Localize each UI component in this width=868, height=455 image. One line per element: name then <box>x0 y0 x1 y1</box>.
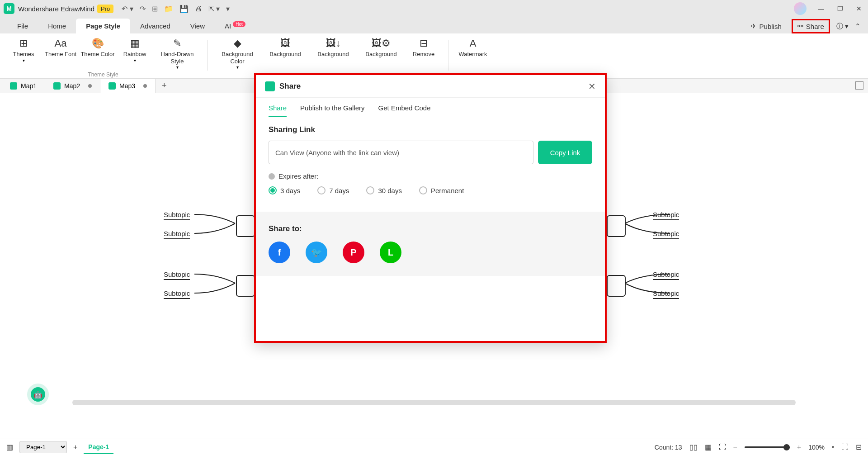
unsaved-dot-icon <box>143 84 147 88</box>
undo-button[interactable]: ↶ ▾ <box>122 5 133 13</box>
radio-3days[interactable]: 3 days <box>269 186 300 194</box>
bg-settings-button[interactable]: 🖼⚙Background <box>359 37 404 58</box>
doc-icon <box>108 82 116 90</box>
mindmap-node[interactable]: Subtopic <box>164 211 190 220</box>
radio-permanent[interactable]: Permanent <box>419 186 464 194</box>
menu-bar: File Home Page Style Advanced View AIHot… <box>0 17 868 33</box>
status-bar: ▥ Page-1 + Page-1 Count: 13 ▯▯ ▦ ⛶ − + 1… <box>0 439 868 455</box>
dlg-tab-embed[interactable]: Get Embed Code <box>378 104 431 117</box>
horizontal-scrollbar[interactable] <box>72 400 796 405</box>
group-theme-style-label: Theme Style <box>88 71 118 78</box>
title-bar: M Wondershare EdrawMind Pro ↶ ▾ ↷ ⊞ 📁 💾 … <box>0 0 868 17</box>
bg-color-button[interactable]: ◆Background Color▾ <box>215 37 260 70</box>
dlg-tab-share[interactable]: Share <box>269 104 287 117</box>
view-mode-2-button[interactable]: ▦ <box>705 443 712 451</box>
collapse-ribbon-button[interactable]: ⌃ <box>855 22 861 30</box>
line-icon: L <box>388 247 393 258</box>
menu-view[interactable]: View <box>180 19 215 33</box>
image-down-icon: 🖼↓ <box>326 37 341 50</box>
pinterest-icon: P <box>350 247 356 258</box>
publish-button[interactable]: ✈Publish <box>747 20 785 32</box>
outline-toggle-button[interactable]: ▥ <box>6 443 13 451</box>
tab-map1[interactable]: Map1 <box>2 79 45 93</box>
zoom-dropdown-button[interactable]: ▾ <box>832 445 834 450</box>
fullscreen-button[interactable]: ⛶ <box>841 443 849 451</box>
ai-assistant-button[interactable]: 🤖 <box>27 384 49 405</box>
open-button[interactable]: 📁 <box>164 5 173 13</box>
tab-map2[interactable]: Map2 <box>45 79 100 93</box>
panel-toggle-button[interactable] <box>855 81 863 90</box>
mindmap-node[interactable]: Subtopic <box>164 230 190 239</box>
bg-image-button[interactable]: 🖼Background <box>263 37 308 58</box>
page-tab[interactable]: Page-1 <box>84 441 113 454</box>
hand-drawn-button[interactable]: ✎Hand-Drawn Style▾ <box>155 37 200 70</box>
mindmap-node[interactable]: Subtopic <box>164 289 190 299</box>
mindmap-node[interactable]: Subtopic <box>164 270 190 280</box>
app-logo-icon: M <box>4 3 14 14</box>
palette-icon: 🎨 <box>92 37 104 50</box>
export-button[interactable]: ⇱ ▾ <box>208 5 220 13</box>
collapse-button[interactable]: ⊟ <box>856 443 862 451</box>
ribbon-divider <box>448 40 448 71</box>
share-dialog: Share ✕ Share Publish to the Gallery Get… <box>254 73 607 343</box>
remove-bg-button: ⊟Remove <box>406 37 441 58</box>
app-logo-icon <box>265 81 275 91</box>
bg-import-button[interactable]: 🖼↓Background <box>311 37 356 58</box>
expires-label: Expires after: <box>278 172 318 180</box>
rainbow-button[interactable]: ▦Rainbow▾ <box>118 37 152 70</box>
zoom-in-button[interactable]: + <box>797 443 801 451</box>
count-label: Count: 13 <box>655 444 682 451</box>
user-avatar[interactable] <box>794 2 807 15</box>
menu-page-style[interactable]: Page Style <box>76 19 130 33</box>
maximize-button[interactable]: ❐ <box>835 5 845 12</box>
mindmap-main-node[interactable] <box>607 275 626 297</box>
info-icon <box>269 173 275 180</box>
radio-7days[interactable]: 7 days <box>317 186 349 194</box>
theme-font-button[interactable]: AaTheme Font <box>43 37 78 70</box>
facebook-icon: f <box>278 247 281 258</box>
redo-button[interactable]: ↷ <box>140 5 146 13</box>
pro-badge: Pro <box>97 5 113 13</box>
connector-lines <box>194 270 240 302</box>
menu-ai[interactable]: AIHot <box>215 18 255 33</box>
close-dialog-button[interactable]: ✕ <box>588 81 596 92</box>
theme-color-button[interactable]: 🎨Theme Color <box>80 37 115 70</box>
share-button[interactable]: ⚯Share <box>792 19 830 33</box>
twitter-button[interactable]: 🐦 <box>306 242 327 263</box>
print-button[interactable]: 🖨 <box>195 5 202 13</box>
tab-map3[interactable]: Map3 <box>100 79 156 93</box>
fit-button[interactable]: ⛶ <box>719 443 726 451</box>
menu-home[interactable]: Home <box>38 19 76 33</box>
new-button[interactable]: ⊞ <box>152 5 158 13</box>
radio-30days[interactable]: 30 days <box>366 186 402 194</box>
mindmap-main-node[interactable] <box>607 215 626 237</box>
facebook-button[interactable]: f <box>269 242 290 263</box>
qat-more-button[interactable]: ▾ <box>226 5 230 13</box>
doc-icon <box>10 82 17 90</box>
dlg-tab-publish[interactable]: Publish to the Gallery <box>300 104 365 117</box>
share-icon: ⚯ <box>797 22 803 30</box>
zoom-out-button[interactable]: − <box>733 443 737 451</box>
window-controls: — ❐ ✕ <box>816 5 864 12</box>
menu-advanced[interactable]: Advanced <box>130 19 180 33</box>
pinterest-button[interactable]: P <box>343 242 364 263</box>
add-tab-button[interactable]: + <box>156 81 173 90</box>
add-page-button[interactable]: + <box>73 443 77 451</box>
connector-lines <box>625 270 670 302</box>
help-button[interactable]: ⓘ ▾ <box>836 22 849 31</box>
view-mode-1-button[interactable]: ▯▯ <box>689 443 698 451</box>
themes-button[interactable]: ⊞Themes▾ <box>6 37 41 70</box>
zoom-slider[interactable] <box>745 446 790 448</box>
menu-file[interactable]: File <box>7 19 38 33</box>
minimize-button[interactable]: — <box>816 5 826 12</box>
share-link-input[interactable] <box>269 141 533 164</box>
close-window-button[interactable]: ✕ <box>854 5 864 12</box>
save-button[interactable]: 💾 <box>179 5 189 13</box>
connector-lines <box>625 211 670 242</box>
page-select[interactable]: Page-1 <box>19 441 67 453</box>
copy-link-button[interactable]: Copy Link <box>538 141 592 164</box>
watermark-button[interactable]: AWatermark <box>456 37 490 58</box>
line-button[interactable]: L <box>380 242 401 263</box>
rainbow-icon: ▦ <box>130 37 140 50</box>
sharing-link-label: Sharing Link <box>269 125 592 134</box>
